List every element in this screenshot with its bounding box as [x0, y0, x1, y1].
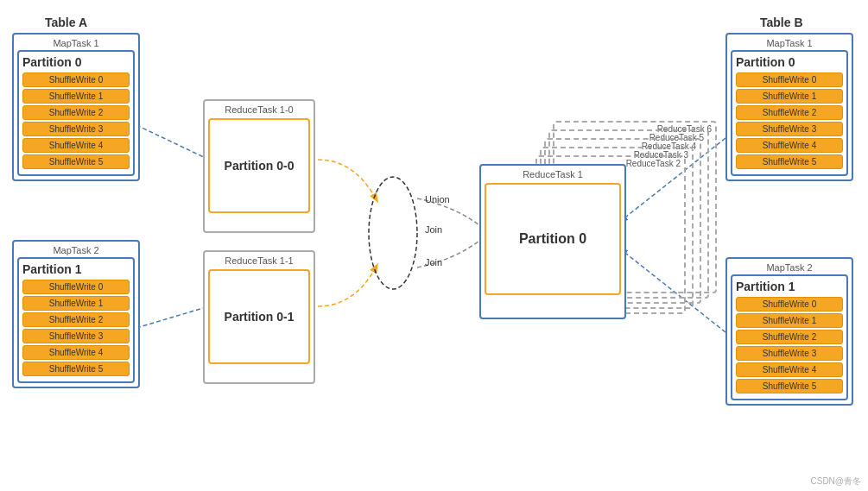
- table-a-partition0-box: Partition 0 ShuffleWrite 0 ShuffleWrite …: [17, 50, 135, 176]
- shuffle-write-a2-0: ShuffleWrite 0: [22, 280, 130, 294]
- shuffle-write-a2-3: ShuffleWrite 3: [22, 329, 130, 343]
- reduce-task-1-label: ReduceTask 1: [485, 169, 621, 179]
- table-b-partition0-title: Partition 0: [736, 55, 843, 69]
- table-b-maptask1-label: MapTask 1: [731, 38, 848, 48]
- shuffle-write-b1-2: ShuffleWrite 2: [736, 105, 843, 120]
- reduce-task-10-partition-label: Partition 0-0: [225, 159, 295, 173]
- reduce-task-11-partition: Partition 0-1: [208, 269, 310, 364]
- shuffle-write-a2-5: ShuffleWrite 5: [22, 362, 130, 376]
- reduce-task-1-partition-label: Partition 0: [519, 231, 586, 247]
- reduce-task-11-label: ReduceTask 1-1: [208, 255, 310, 266]
- shuffle-write-a1-3: ShuffleWrite 3: [22, 122, 130, 136]
- shuffle-write-a1-4: ShuffleWrite 4: [22, 138, 130, 153]
- table-b-maptask2-label: MapTask 2: [731, 262, 848, 273]
- svg-text:Union: Union: [425, 194, 450, 205]
- table-a-partition1-title: Partition 1: [22, 262, 130, 276]
- shuffle-write-a1-2: ShuffleWrite 2: [22, 105, 130, 120]
- table-b-label: Table B: [760, 16, 803, 29]
- shuffle-write-b2-5: ShuffleWrite 5: [736, 379, 843, 393]
- shuffle-write-b1-3: ShuffleWrite 3: [736, 122, 843, 136]
- reduce-task-1-main: ReduceTask 1 Partition 0: [479, 164, 626, 319]
- shuffle-write-b2-3: ShuffleWrite 3: [736, 346, 843, 361]
- reduce-task-1-partition: Partition 0: [485, 183, 621, 295]
- diagram: Union Join Join Table A MapTask 1 Partit…: [0, 0, 868, 491]
- reduce-task-11: ReduceTask 1-1 Partition 0-1: [203, 250, 315, 384]
- shuffle-write-a2-2: ShuffleWrite 2: [22, 312, 130, 327]
- table-b-partition0-box: Partition 0 ShuffleWrite 0 ShuffleWrite …: [731, 50, 848, 176]
- table-a-maptask1: MapTask 1 Partition 0 ShuffleWrite 0 Shu…: [12, 33, 140, 181]
- shuffle-write-b2-2: ShuffleWrite 2: [736, 330, 843, 344]
- table-a-partition0-title: Partition 0: [22, 55, 130, 69]
- shuffle-write-b2-4: ShuffleWrite 4: [736, 362, 843, 377]
- table-b-maptask1: MapTask 1 Partition 0 ShuffleWrite 0 Shu…: [725, 33, 853, 181]
- shuffle-write-b1-1: ShuffleWrite 1: [736, 89, 843, 104]
- table-a-maptask2-label: MapTask 2: [17, 245, 135, 255]
- shuffle-write-a1-0: ShuffleWrite 0: [22, 72, 130, 87]
- shuffle-write-b2-0: ShuffleWrite 0: [736, 297, 843, 312]
- shuffle-write-a2-4: ShuffleWrite 4: [22, 345, 130, 360]
- shuffle-write-a2-1: ShuffleWrite 1: [22, 296, 130, 311]
- reduce-task-10-partition: Partition 0-0: [208, 118, 310, 213]
- svg-point-2: [369, 177, 417, 289]
- table-a-label: Table A: [45, 16, 87, 29]
- table-b-partition1-box: Partition 1 ShuffleWrite 0 ShuffleWrite …: [731, 274, 848, 400]
- reduce-task-10: ReduceTask 1-0 Partition 0-0: [203, 99, 315, 233]
- shuffle-write-b1-0: ShuffleWrite 0: [736, 72, 843, 87]
- svg-line-1: [136, 306, 209, 328]
- reduce-task-10-label: ReduceTask 1-0: [208, 104, 310, 115]
- shuffle-write-b2-1: ShuffleWrite 1: [736, 313, 843, 328]
- table-a-partition1-box: Partition 1 ShuffleWrite 0 ShuffleWrite …: [17, 257, 135, 383]
- svg-text:Join: Join: [425, 224, 442, 235]
- shuffle-write-a1-1: ShuffleWrite 1: [22, 89, 130, 104]
- table-b-partition1-title: Partition 1: [736, 280, 843, 293]
- table-a-maptask1-label: MapTask 1: [17, 38, 135, 48]
- shuffle-write-b1-5: ShuffleWrite 5: [736, 154, 843, 169]
- shuffle-write-a1-5: ShuffleWrite 5: [22, 154, 130, 169]
- reduce-task-11-partition-label: Partition 0-1: [225, 310, 295, 324]
- table-a-maptask2: MapTask 2 Partition 1 ShuffleWrite 0 Shu…: [12, 240, 140, 388]
- shuffle-write-b1-4: ShuffleWrite 4: [736, 138, 843, 153]
- svg-line-0: [136, 125, 209, 160]
- watermark: CSDN@青冬: [811, 475, 862, 488]
- table-b-maptask2: MapTask 2 Partition 1 ShuffleWrite 0 Shu…: [725, 257, 853, 406]
- svg-text:Join: Join: [425, 257, 442, 268]
